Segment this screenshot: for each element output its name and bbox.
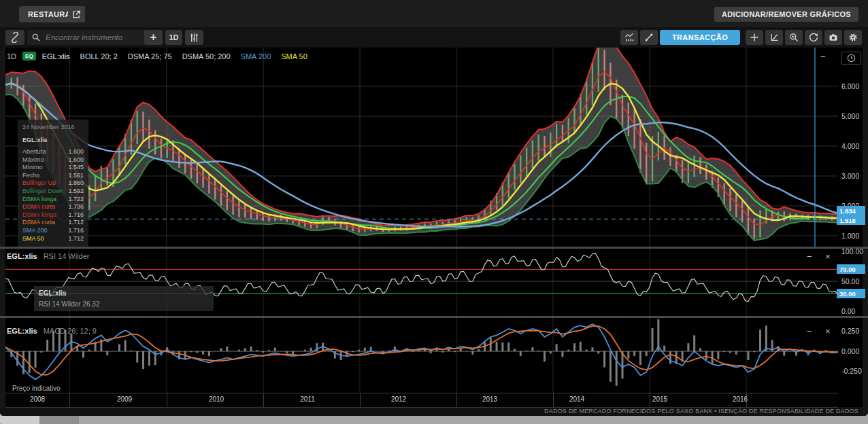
scale-settings-button[interactable] xyxy=(765,30,783,45)
settings-button[interactable] xyxy=(844,30,862,45)
trend-line-icon xyxy=(644,32,654,43)
left-frame xyxy=(0,48,5,416)
tooltip-row: DSMA longa1.716 xyxy=(22,211,84,219)
minimize-macd-pane-button[interactable]: − xyxy=(803,326,816,336)
price-axis-label: 5.000 xyxy=(841,112,859,120)
year-label: 2015 xyxy=(652,395,667,403)
tooltip-row: Bollinger Down1.592 xyxy=(22,188,84,196)
crosshair-icon xyxy=(750,32,759,43)
search-icon xyxy=(32,33,40,41)
refresh-icon xyxy=(809,32,818,43)
zoom-in-icon xyxy=(789,32,799,43)
price-badge: 1.518 xyxy=(837,215,865,225)
open-new-window-button[interactable] xyxy=(68,6,85,22)
instrument-search-box xyxy=(27,30,150,45)
rsi-pane-header: EGL:xlis RSI 14 Wilder xyxy=(7,252,89,260)
sliders-icon xyxy=(189,33,199,43)
status-bar: DADOS DE MERCADO FORNECIDOS PELO SAXO BA… xyxy=(0,407,863,416)
tooltip-date: 24 November 2016 xyxy=(22,124,84,130)
clock-icon xyxy=(847,54,856,63)
top-bar: RESTAURAR ADICIONAR/REMOVER GRÁFICOS xyxy=(0,0,868,27)
year-label: 2012 xyxy=(391,395,406,403)
tooltip-row: Bollinger Up1.860 xyxy=(22,179,84,188)
external-link-icon xyxy=(72,10,81,19)
reset-chart-button[interactable] xyxy=(805,30,822,45)
tooltip-row: Abertura1.600 xyxy=(22,148,84,156)
close-rsi-pane-button[interactable]: × xyxy=(821,251,835,262)
macd-chart-plot[interactable] xyxy=(5,318,838,393)
tooltip-row: DSMA curta1.712 xyxy=(22,219,84,227)
rsi-tooltip: EGL:xlis RSI 14 Wilder 26.32 xyxy=(34,286,214,311)
rsi-tooltip-value: RSI 14 Wilder 26.32 xyxy=(39,300,209,308)
close-macd-pane-button[interactable]: × xyxy=(821,326,835,336)
indicator-settings-button[interactable] xyxy=(185,30,203,45)
price-axis-label: 1.000 xyxy=(841,232,859,240)
macd-pane-header: EGL:xlis MACD 26; 12; 9 xyxy=(7,327,97,335)
indicator-label[interactable]: BOLL 20; 2 xyxy=(80,52,118,60)
desktop-background xyxy=(0,416,868,424)
price-chart-svg xyxy=(5,48,838,247)
search-input[interactable] xyxy=(44,33,145,42)
indicator-label[interactable]: DSMA 25; 75 xyxy=(128,52,172,60)
indicator-label[interactable]: SMA 200 xyxy=(241,52,271,60)
zoom-in-button[interactable] xyxy=(785,30,803,45)
indicator-legend: BOLL 20; 2DSMA 25; 75DSMA 50; 200SMA 200… xyxy=(80,52,307,60)
time-axis[interactable]: 200820092010201120122013201420152016 xyxy=(5,393,838,408)
transaction-button[interactable]: TRANSACÇÃO xyxy=(660,30,740,45)
ohlc-tooltip: 24 November 2016 EGL:xlis Abertura1.600M… xyxy=(18,120,88,247)
year-label: 2011 xyxy=(300,395,315,403)
tooltip-symbol: EGL:xlis xyxy=(22,137,84,143)
minimize-price-pane-button[interactable]: − xyxy=(816,52,830,62)
right-frame xyxy=(863,48,868,416)
camera-icon xyxy=(829,32,838,43)
rsi-level-badge: 70.00 xyxy=(837,264,865,274)
year-label: 2009 xyxy=(117,395,132,403)
tooltip-row: SMA 2001.716 xyxy=(22,227,84,235)
desktop-shape xyxy=(39,416,79,424)
chart-toolbar: + 1D TRANSACÇÃO xyxy=(0,27,868,48)
chain-link-icon xyxy=(10,32,20,43)
price-axis-label: 4.000 xyxy=(841,142,859,150)
desktop-shape xyxy=(0,416,39,424)
trend-line-tool-button[interactable] xyxy=(640,30,658,45)
add-remove-charts-button[interactable]: ADICIONAR/REMOVER GRÁFICOS xyxy=(714,7,858,22)
tooltip-row: DSMA longa1.722 xyxy=(22,196,84,204)
price-badge: 1.834 xyxy=(837,206,865,215)
snapshot-button[interactable] xyxy=(824,30,842,45)
price-chart-plot[interactable] xyxy=(5,48,838,247)
tooltip-row: Máximo1.600 xyxy=(22,156,84,164)
year-separator xyxy=(69,393,70,407)
instrument-type-badge: EQ xyxy=(22,52,36,60)
macd-symbol-label: EGL:xlis xyxy=(7,327,37,335)
year-label: 2008 xyxy=(30,395,45,403)
gear-icon xyxy=(848,32,858,43)
year-label: 2016 xyxy=(733,395,748,403)
link-instrument-button[interactable] xyxy=(5,30,24,45)
year-separator xyxy=(650,393,650,407)
rsi-axis-label: 50.00 xyxy=(841,277,859,285)
year-label: 2013 xyxy=(482,395,497,403)
indicator-label[interactable]: DSMA 50; 200 xyxy=(182,52,231,60)
price-axis-label: 3.000 xyxy=(841,172,859,180)
rsi-indicator-label: RSI 14 Wilder xyxy=(44,252,90,260)
chart-application-window: RESTAURAR ADICIONAR/REMOVER GRÁFICOS + 1… xyxy=(0,0,868,416)
indicator-label[interactable]: SMA 50 xyxy=(281,52,307,60)
macd-chart-svg xyxy=(5,318,838,393)
crosshair-tool-button[interactable] xyxy=(746,30,763,45)
year-separator xyxy=(167,393,167,407)
add-chart-button[interactable]: + xyxy=(144,30,163,45)
line-bars-chart-icon xyxy=(624,32,634,43)
indicative-price-label: Preço indicativo xyxy=(12,385,61,392)
year-separator xyxy=(263,393,264,407)
minimize-rsi-pane-button[interactable]: − xyxy=(803,251,816,262)
time-axis-settings-button[interactable] xyxy=(841,52,861,65)
period-button[interactable]: 1D xyxy=(165,30,182,45)
rsi-tooltip-symbol: EGL:xlis xyxy=(39,289,209,297)
tooltip-row: DSMA curta1.736 xyxy=(22,203,84,211)
tooltip-row: SMA 501.712 xyxy=(22,235,84,243)
macd-indicator-label: MACD 26; 12; 9 xyxy=(44,327,97,335)
macd-axis-label: -0.250 xyxy=(841,367,862,375)
year-separator xyxy=(456,393,457,407)
chart-type-button[interactable] xyxy=(620,30,638,45)
year-label: 2010 xyxy=(209,395,224,403)
